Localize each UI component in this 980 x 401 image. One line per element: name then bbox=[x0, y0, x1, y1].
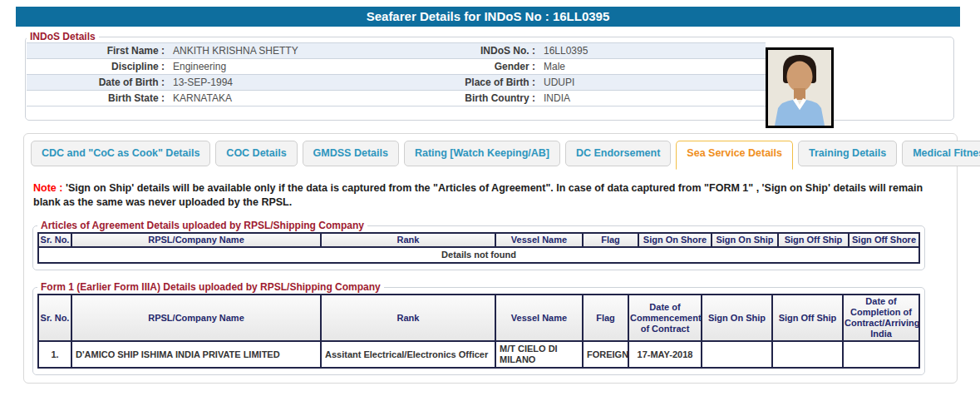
birth-country-value: INDIA bbox=[540, 91, 766, 106]
indos-row-4: Birth State : KARNATAKA Birth Country : … bbox=[27, 91, 766, 106]
form1-section: Form 1 (Earlier Form IIIA) Details uploa… bbox=[32, 281, 925, 375]
page-title-bar: Seafarer Details for INDoS No : 16LL0395 bbox=[16, 7, 960, 27]
form1-cell-sign-on-ship bbox=[702, 341, 772, 368]
form1-header-vessel-name: Vessel Name bbox=[495, 295, 583, 341]
indos-details-legend: INDoS Details bbox=[27, 31, 99, 42]
form1-header-date-of-completion: Date of Completion of Contract/Arriving … bbox=[843, 295, 919, 341]
indos-row-3: Date of Birth : 13-SEP-1994 Place of Bir… bbox=[27, 75, 766, 91]
tab-gmdss-details[interactable]: GMDSS Details bbox=[303, 141, 399, 166]
form1-header-rpsl-company-name: RPSL/Company Name bbox=[71, 295, 321, 341]
tab-coc-details[interactable]: COC Details bbox=[215, 141, 297, 166]
form1-header-row: Sr. No. RPSL/Company Name Rank Vessel Na… bbox=[38, 295, 919, 341]
gender-label: Gender : bbox=[449, 59, 540, 75]
discipline-label: Discipline : bbox=[27, 59, 170, 75]
tab-cdc-coc-as-cook-details[interactable]: CDC and "CoC as Cook" Details bbox=[31, 141, 210, 166]
form1-header-sign-on-ship: Sign On Ship bbox=[702, 295, 772, 341]
note-body: 'Sign on Ship' details will be available… bbox=[33, 182, 923, 208]
indos-row-2: Discipline : Engineering Gender : Male bbox=[27, 59, 766, 75]
page-title: Seafarer Details for INDoS No : 16LL0395 bbox=[367, 9, 610, 23]
birth-country-label: Birth Country : bbox=[449, 91, 540, 106]
indos-details-section: INDoS Details First Name : ANKITH KRISHN… bbox=[25, 31, 954, 121]
form1-cell-date-of-commencement: 17-MAY-2018 bbox=[628, 341, 702, 368]
indos-details-table: First Name : ANKITH KRISHNA SHETTY INDoS… bbox=[27, 42, 766, 106]
form1-data-row: 1. D'AMICO SHIP ISHIMA INDIA PRIVATE LIM… bbox=[38, 341, 919, 368]
place-of-birth-value: UDUPI bbox=[540, 75, 766, 91]
birth-state-value: KARNATAKA bbox=[170, 91, 449, 106]
articles-header-rank: Rank bbox=[321, 233, 495, 247]
form1-legend: Form 1 (Earlier Form IIIA) Details uploa… bbox=[37, 281, 384, 293]
form1-header-flag: Flag bbox=[583, 295, 628, 341]
articles-header-vessel-name: Vessel Name bbox=[495, 233, 583, 247]
details-not-found-message: Details not found bbox=[38, 247, 919, 263]
first-name-value: ANKITH KRISHNA SHETTY bbox=[170, 43, 449, 59]
articles-of-agreement-section: Articles of Agreement Details uploaded b… bbox=[32, 220, 925, 270]
tab-sea-service-details[interactable]: Sea Service Details bbox=[676, 141, 793, 170]
articles-empty-row: Details not found bbox=[38, 247, 919, 263]
seafarer-details-page: Seafarer Details for INDoS No : 16LL0395… bbox=[0, 7, 980, 384]
form1-cell-flag: FOREIGN bbox=[583, 341, 628, 368]
note-prefix: Note : bbox=[33, 182, 62, 194]
form1-header-sr-no: Sr. No. bbox=[38, 295, 71, 341]
discipline-value: Engineering bbox=[170, 59, 449, 75]
first-name-label: First Name : bbox=[27, 43, 170, 59]
seafarer-photo bbox=[766, 47, 834, 128]
form1-header-date-of-commencement: Date of Commencement of Contract bbox=[628, 295, 702, 341]
seafarer-photo-image bbox=[768, 50, 831, 126]
sea-service-tab-panel: CDC and "CoC as Cook" Details COC Detail… bbox=[23, 133, 958, 384]
indos-row-1: First Name : ANKITH KRISHNA SHETTY INDoS… bbox=[27, 43, 766, 59]
gender-value: Male bbox=[540, 59, 766, 75]
articles-header-flag: Flag bbox=[583, 233, 638, 247]
tabs-row: CDC and "CoC as Cook" Details COC Detail… bbox=[31, 141, 950, 166]
form1-table: Sr. No. RPSL/Company Name Rank Vessel Na… bbox=[37, 294, 920, 369]
indos-no-value: 16LL0395 bbox=[540, 43, 766, 59]
articles-header-sign-off-shore: Sign Off Shore bbox=[849, 233, 919, 247]
place-of-birth-label: Place of Birth : bbox=[449, 75, 540, 91]
indos-no-label: INDoS No. : bbox=[449, 43, 540, 59]
tab-rating-watch-keeping-ab[interactable]: Rating [Watch Keeping/AB] bbox=[404, 141, 560, 166]
date-of-birth-label: Date of Birth : bbox=[27, 75, 170, 91]
form1-cell-sign-off-ship bbox=[772, 341, 843, 368]
tab-training-details[interactable]: Training Details bbox=[798, 141, 897, 166]
articles-header-sr-no: Sr. No. bbox=[38, 233, 71, 247]
articles-of-agreement-table: Sr. No. RPSL/Company Name Rank Vessel Na… bbox=[37, 232, 920, 264]
note-text: Note : 'Sign on Ship' details will be av… bbox=[33, 181, 941, 209]
form1-cell-company-name: D'AMICO SHIP ISHIMA INDIA PRIVATE LIMITE… bbox=[71, 341, 321, 368]
articles-header-sign-off-ship: Sign Off Ship bbox=[778, 233, 849, 247]
articles-header-sign-on-ship: Sign On Ship bbox=[712, 233, 778, 247]
form1-cell-vessel-name: M/T CIELO DI MILANO bbox=[495, 341, 583, 368]
form1-header-sign-off-ship: Sign Off Ship bbox=[772, 295, 843, 341]
form1-cell-rank: Assitant Electrical/Electronics Officer bbox=[321, 341, 495, 368]
form1-header-rank: Rank bbox=[321, 295, 495, 341]
articles-of-agreement-legend: Articles of Agreement Details uploaded b… bbox=[37, 220, 367, 231]
form1-cell-date-of-completion bbox=[843, 341, 919, 368]
form1-cell-sr-no: 1. bbox=[38, 341, 71, 368]
date-of-birth-value: 13-SEP-1994 bbox=[170, 75, 449, 91]
articles-header-sign-on-shore: Sign On Shore bbox=[638, 233, 712, 247]
tab-medical-fitness-certificate[interactable]: Medical Fitness Certificate bbox=[902, 141, 980, 166]
tab-dc-endorsement[interactable]: DC Endorsement bbox=[565, 141, 671, 166]
articles-header-row: Sr. No. RPSL/Company Name Rank Vessel Na… bbox=[38, 233, 919, 247]
articles-header-rpsl-company-name: RPSL/Company Name bbox=[71, 233, 321, 247]
birth-state-label: Birth State : bbox=[27, 91, 170, 106]
